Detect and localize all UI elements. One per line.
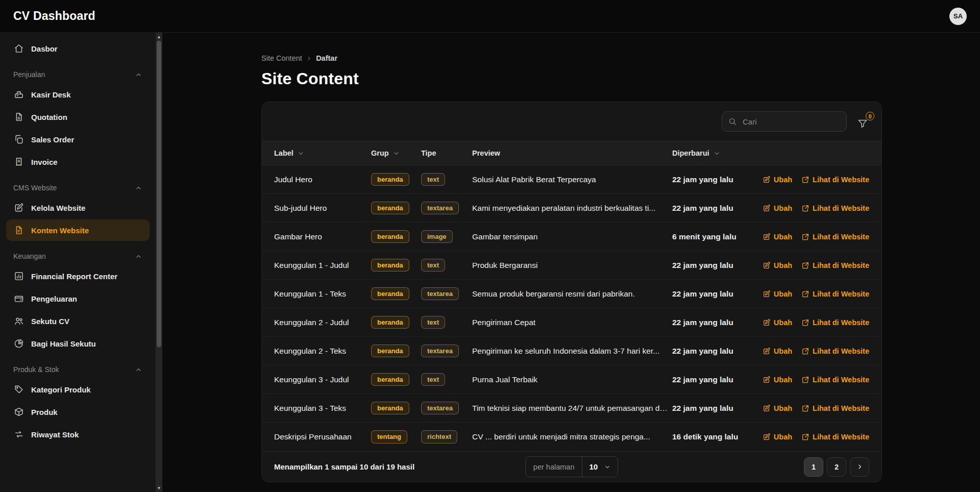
filter-button[interactable]: 0 xyxy=(857,114,870,129)
sidebar-section: Penjualan Kasir Desk Quotation Sales Ord… xyxy=(0,65,156,173)
row-actions: Ubah Lihat di Website xyxy=(753,233,869,241)
row-updated: 6 menit yang lalu xyxy=(672,232,750,241)
breadcrumb-separator-icon: › xyxy=(308,54,310,63)
row-updated: 22 jam yang lalu xyxy=(672,289,750,299)
sidebar-item-quotation[interactable]: Quotation xyxy=(6,106,150,128)
search-icon xyxy=(728,117,737,126)
column-header-preview: Preview xyxy=(472,149,669,157)
view-website-button[interactable]: Lihat di Website xyxy=(801,204,869,212)
sort-chevron-icon xyxy=(393,150,400,157)
sidebar-section-header[interactable]: Penjualan xyxy=(0,65,156,83)
next-page-button[interactable] xyxy=(850,457,869,477)
wallet-icon xyxy=(14,293,24,304)
bar-chart-icon xyxy=(14,271,24,281)
edit-button[interactable]: Ubah xyxy=(763,318,792,327)
row-updated: 16 detik yang lalu xyxy=(672,432,750,441)
sidebar-section-items: Financial Report Center Pengeluaran Seku… xyxy=(0,265,156,354)
breadcrumb-parent[interactable]: Site Content xyxy=(261,54,302,62)
type-badge: textarea xyxy=(421,402,459,415)
scrollbar-thumb[interactable] xyxy=(157,41,161,347)
sidebar-section: Produk & Stok Kategori Produk Produk Riw… xyxy=(0,360,156,445)
edit-icon xyxy=(14,203,24,213)
column-header-label: Grup xyxy=(371,149,389,157)
group-badge: beranda xyxy=(371,173,409,186)
edit-button[interactable]: Ubah xyxy=(763,433,792,441)
group-badge: tentang xyxy=(371,430,407,444)
pie-chart-icon xyxy=(14,338,24,349)
view-website-button[interactable]: Lihat di Website xyxy=(801,233,869,241)
sidebar-item-produk[interactable]: Produk xyxy=(6,401,150,423)
type-badge: textarea xyxy=(421,287,459,301)
sidebar-item-dasbor[interactable]: Dasbor xyxy=(6,38,150,59)
sidebar-section: CMS Website Kelola Website Konten Websit… xyxy=(0,179,156,241)
group-badge: beranda xyxy=(371,316,409,329)
external-link-icon xyxy=(801,233,810,241)
view-website-button[interactable]: Lihat di Website xyxy=(801,347,869,355)
sidebar-item-kelola-website[interactable]: Kelola Website xyxy=(6,197,150,218)
row-preview: Pengiriman ke seluruh Indonesia dalam 3-… xyxy=(472,347,669,356)
avatar[interactable]: SA xyxy=(949,8,967,25)
sidebar-section-header[interactable]: Produk & Stok xyxy=(0,360,156,378)
view-website-button-label: Lihat di Website xyxy=(813,376,869,384)
sidebar-item-riwayat-stok[interactable]: Riwayat Stok xyxy=(6,424,150,445)
view-website-button[interactable]: Lihat di Website xyxy=(801,376,869,384)
row-updated: 22 jam yang lalu xyxy=(672,318,750,327)
edit-button[interactable]: Ubah xyxy=(763,290,792,298)
column-header-diperbarui[interactable]: Diperbarui xyxy=(672,149,750,157)
scroll-down-arrow-icon[interactable]: ▼ xyxy=(156,484,162,492)
sidebar-item-label: Kategori Produk xyxy=(31,385,91,394)
edit-button[interactable]: Ubah xyxy=(763,404,792,412)
group-badge: beranda xyxy=(371,287,409,301)
external-link-icon xyxy=(801,176,810,184)
row-preview: Tim teknisi siap membantu 24/7 untuk pem… xyxy=(472,404,669,413)
view-website-button[interactable]: Lihat di Website xyxy=(801,404,869,412)
view-website-button-label: Lihat di Website xyxy=(813,176,869,184)
row-preview: CV ... berdiri untuk menjadi mitra strat… xyxy=(472,432,669,441)
sidebar-section-header[interactable]: CMS Website xyxy=(0,179,156,196)
search-input[interactable] xyxy=(722,111,847,132)
sidebar-item-invoice[interactable]: Invoice xyxy=(6,151,150,173)
type-badge: text xyxy=(421,316,445,329)
scroll-up-arrow-icon[interactable]: ▲ xyxy=(156,33,162,41)
sidebar-section-items: Kasir Desk Quotation Sales Order Invoice xyxy=(0,84,156,173)
sidebar-item-financial-report-center[interactable]: Financial Report Center xyxy=(6,265,150,287)
sidebar-scrollbar[interactable]: ▲ ▼ xyxy=(156,33,162,492)
sidebar-item-sales-order[interactable]: Sales Order xyxy=(6,129,150,150)
edit-button[interactable]: Ubah xyxy=(763,261,792,269)
column-header-label: Label xyxy=(274,149,293,157)
sidebar-item-bagi-hasil-sekutu[interactable]: Bagi Hasil Sekutu xyxy=(6,333,150,354)
per-page-select[interactable]: 10 xyxy=(582,457,618,477)
sidebar-item-konten-website[interactable]: Konten Website xyxy=(6,219,150,241)
view-website-button[interactable]: Lihat di Website xyxy=(801,176,869,184)
view-website-button[interactable]: Lihat di Website xyxy=(801,433,869,441)
view-website-button[interactable]: Lihat di Website xyxy=(801,290,869,298)
per-page-label: per halaman xyxy=(526,457,583,477)
view-website-button[interactable]: Lihat di Website xyxy=(801,318,869,327)
view-website-button[interactable]: Lihat di Website xyxy=(801,261,869,269)
column-header-grup[interactable]: Grup xyxy=(371,149,418,157)
edit-button[interactable]: Ubah xyxy=(763,233,792,241)
box-icon xyxy=(14,407,24,417)
invoice-icon xyxy=(14,157,24,167)
edit-button[interactable]: Ubah xyxy=(763,176,792,184)
edit-button-label: Ubah xyxy=(774,233,792,241)
view-website-button-label: Lihat di Website xyxy=(813,433,869,441)
page-button-2[interactable]: 2 xyxy=(827,457,846,477)
row-preview: Produk Bergaransi xyxy=(472,261,669,270)
edit-button[interactable]: Ubah xyxy=(763,376,792,384)
sidebar-item-kategori-produk[interactable]: Kategori Produk xyxy=(6,379,150,400)
row-label: Keunggulan 1 - Teks xyxy=(274,289,368,299)
sidebar-item-sekutu-cv[interactable]: Sekutu CV xyxy=(6,310,150,332)
sidebar-item-pengeluaran[interactable]: Pengeluaran xyxy=(6,288,150,309)
chevron-down-icon xyxy=(604,463,611,471)
column-header-label: Preview xyxy=(472,149,500,157)
edit-button[interactable]: Ubah xyxy=(763,204,792,212)
column-header-label[interactable]: Label xyxy=(274,149,368,157)
sidebar-item-kasir-desk[interactable]: Kasir Desk xyxy=(6,84,150,105)
sidebar-section-header[interactable]: Keuangan xyxy=(0,247,156,264)
edit-button[interactable]: Ubah xyxy=(763,347,792,355)
row-actions: Ubah Lihat di Website xyxy=(753,376,869,384)
page-button-1[interactable]: 1 xyxy=(804,457,823,477)
breadcrumb-current: Daftar xyxy=(316,54,337,62)
view-website-button-label: Lihat di Website xyxy=(813,204,869,212)
